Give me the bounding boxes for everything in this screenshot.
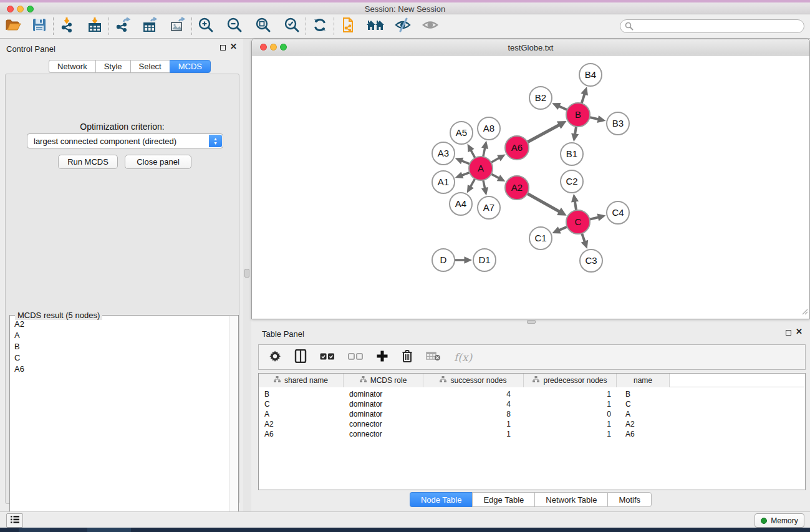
open-session-button[interactable] [4, 17, 22, 36]
mcds-result-item[interactable]: A2 [11, 318, 228, 329]
delete-table-button[interactable] [426, 351, 441, 364]
column-header-successor-nodes[interactable]: successor nodes [423, 374, 524, 387]
resize-grip-icon[interactable] [801, 306, 808, 317]
table-cell[interactable]: 8 [423, 410, 524, 418]
table-row[interactable]: Adominator80A [259, 409, 805, 419]
table-row[interactable]: Bdominator41B [259, 389, 805, 399]
table-cell[interactable]: C [259, 400, 344, 409]
export-table-button[interactable] [141, 17, 160, 36]
column-header-shared-name[interactable]: shared name [259, 374, 344, 387]
refresh-button[interactable] [311, 17, 329, 36]
float-panel-icon[interactable] [220, 45, 226, 51]
zoom-selected-button[interactable] [282, 17, 301, 36]
zoom-out-icon [226, 17, 243, 36]
close-panel-button[interactable]: Close panel [125, 155, 191, 169]
table-cell[interactable]: dominator [344, 400, 423, 409]
zoom-selected-icon [284, 17, 301, 36]
table-cell[interactable]: A6 [259, 430, 344, 438]
export-image-button[interactable] [168, 17, 187, 36]
import-network-button[interactable] [58, 17, 77, 36]
table-row[interactable]: A6connector11A6 [259, 429, 805, 439]
vertical-splitter[interactable] [243, 39, 251, 511]
column-header-label: MCDS role [370, 376, 407, 385]
add-column-button[interactable] [376, 350, 388, 365]
mcds-result-list[interactable]: A2ABCA6 [11, 318, 228, 529]
table-cell[interactable]: 1 [524, 420, 617, 428]
tab-select[interactable]: Select [130, 60, 170, 73]
table-cell[interactable]: 1 [423, 420, 524, 428]
export-network-button[interactable] [113, 17, 132, 36]
table-cell[interactable]: connector [344, 420, 423, 428]
column-header-MCDS-role[interactable]: MCDS role [344, 374, 423, 387]
table-cell[interactable]: A [259, 410, 344, 418]
export-network-icon [115, 17, 131, 36]
mcds-result-item[interactable]: C [11, 352, 228, 363]
zoom-fit-button[interactable] [254, 17, 272, 36]
splitter-handle[interactable] [244, 269, 249, 278]
mcds-result-scrollbar[interactable] [229, 316, 238, 529]
import-table-icon [87, 17, 103, 36]
tab-edge-table[interactable]: Edge Table [472, 492, 534, 507]
table-cell[interactable]: dominator [344, 390, 423, 399]
table-cell[interactable]: A2 [259, 420, 344, 428]
mcds-result-item[interactable]: B [11, 341, 228, 352]
zoom-in-button[interactable] [196, 17, 215, 36]
tab-style[interactable]: Style [95, 60, 130, 73]
column-layout-button[interactable] [294, 349, 307, 365]
save-session-button[interactable] [30, 17, 49, 36]
table-cell[interactable]: B [617, 390, 670, 399]
mcds-result-item[interactable]: A [11, 329, 228, 341]
new-network-from-selection-button[interactable] [339, 17, 357, 36]
table-cell[interactable]: 1 [524, 400, 617, 409]
arrowhead-icon [597, 115, 605, 123]
table-cell[interactable]: 4 [423, 390, 524, 399]
mcds-result-item[interactable]: A6 [11, 363, 228, 374]
show-task-history-button[interactable] [6, 513, 23, 528]
column-header-name[interactable]: name [617, 374, 670, 387]
hide-selected-button[interactable] [393, 17, 412, 36]
column-header-predecessor-nodes[interactable]: predecessor nodes [524, 374, 617, 387]
table-cell[interactable]: 4 [423, 400, 524, 409]
function-builder-button[interactable]: f(x) [454, 351, 472, 364]
table-cell[interactable]: A [617, 410, 670, 418]
table-cell[interactable]: A2 [617, 420, 670, 428]
delete-column-button[interactable] [402, 349, 413, 365]
close-panel-icon[interactable]: ✕ [796, 327, 803, 336]
table-cell[interactable]: 1 [524, 390, 617, 399]
first-neighbors-button[interactable] [366, 17, 385, 36]
table-cell[interactable]: 1 [524, 430, 617, 438]
node-table[interactable]: shared nameMCDS rolesuccessor nodesprede… [258, 373, 806, 490]
table-row[interactable]: A2connector11A2 [259, 419, 805, 429]
tab-motifs[interactable]: Motifs [607, 492, 652, 507]
tab-node-table[interactable]: Node Table [410, 492, 473, 507]
table-cell[interactable]: A6 [617, 430, 670, 438]
clear-checkboxes-button[interactable] [348, 352, 363, 363]
select-all-checkboxes-button[interactable] [320, 352, 335, 363]
node-table-body: Bdominator41BCdominator41CAdominator80AA… [259, 387, 805, 439]
graph-node-label: A8 [483, 123, 494, 133]
tab-mcds[interactable]: MCDS [170, 60, 211, 73]
table-cell[interactable]: dominator [344, 410, 423, 418]
optimization-criterion-select[interactable]: largest connected component (directed) ▲… [27, 133, 223, 148]
table-settings-button[interactable] [269, 350, 281, 365]
table-cell[interactable]: C [617, 400, 670, 409]
close-panel-icon[interactable]: ✕ [230, 42, 237, 51]
network-canvas[interactable]: B4B2BB3A8A5A6A3B1AA1C2A2A4A7C4CC1DD1C3 [252, 56, 809, 319]
horizontal-splitter[interactable] [251, 319, 810, 324]
app-title: Session: New Session [0, 4, 810, 14]
tab-network[interactable]: Network [49, 60, 95, 73]
table-cell[interactable]: B [259, 390, 344, 399]
show-all-button[interactable] [421, 17, 440, 36]
tab-network-table[interactable]: Network Table [534, 492, 607, 507]
table-cell[interactable]: 1 [423, 430, 524, 438]
zoom-out-button[interactable] [225, 17, 244, 36]
table-cell[interactable]: 0 [524, 410, 617, 418]
table-cell[interactable]: connector [344, 430, 423, 438]
splitter-handle[interactable] [527, 320, 536, 324]
float-panel-icon[interactable] [786, 330, 791, 336]
import-table-button[interactable] [85, 17, 104, 36]
table-row[interactable]: Cdominator41C [259, 399, 805, 409]
memory-button[interactable]: Memory [755, 513, 804, 528]
run-mcds-button[interactable]: Run MCDS [58, 155, 118, 169]
search-input[interactable] [620, 19, 804, 33]
